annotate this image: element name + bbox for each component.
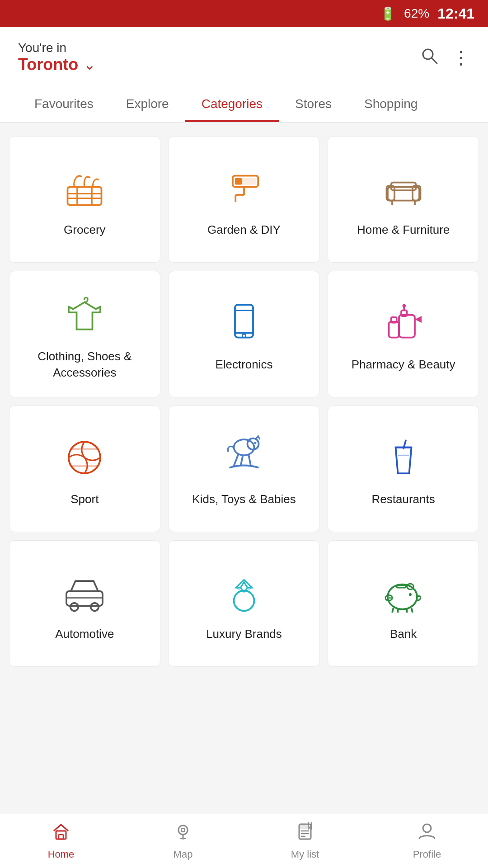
category-restaurants[interactable]: Restaurants <box>328 406 479 532</box>
battery-percent: 62% <box>404 6 429 21</box>
header: You're in Toronto ⌄ ⋮ Favourites Explore… <box>0 27 488 123</box>
category-luxury[interactable]: Luxury Brands <box>169 540 320 667</box>
header-actions: ⋮ <box>420 47 470 69</box>
content-area: Grocery Garden & DIY <box>0 123 488 739</box>
category-pharmacy[interactable]: Pharmacy & Beauty <box>328 271 479 397</box>
location-wrapper[interactable]: You're in Toronto ⌄ <box>18 41 96 74</box>
svg-line-35 <box>234 454 238 466</box>
svg-marker-46 <box>236 580 252 588</box>
nav-home[interactable]: Home <box>0 817 122 865</box>
svg-point-26 <box>402 304 406 308</box>
svg-point-64 <box>387 597 389 599</box>
tab-shopping[interactable]: Shopping <box>348 88 434 122</box>
bank-icon <box>381 570 426 615</box>
mylist-nav-label: My list <box>291 849 319 860</box>
category-electronics[interactable]: Electronics <box>169 271 320 397</box>
battery-icon: 🔋 <box>380 6 396 21</box>
chevron-down-icon: ⌄ <box>84 56 96 73</box>
svg-rect-27 <box>389 321 399 337</box>
nav-map[interactable]: Map <box>122 817 244 865</box>
svg-rect-13 <box>388 187 419 200</box>
automotive-label: Automotive <box>55 626 114 642</box>
more-options-icon[interactable]: ⋮ <box>452 47 470 68</box>
svg-point-22 <box>242 334 246 338</box>
tab-favourites[interactable]: Favourites <box>18 88 110 122</box>
nav-tabs: Favourites Explore Categories Stores Sho… <box>18 88 470 122</box>
svg-rect-12 <box>235 178 242 184</box>
bank-label: Bank <box>390 626 417 642</box>
pharmacy-label: Pharmacy & Beauty <box>352 356 455 373</box>
home-furniture-label: Home & Furniture <box>357 222 450 238</box>
city-name: Toronto <box>18 55 78 74</box>
category-grocery[interactable]: Grocery <box>9 136 160 263</box>
home-furniture-icon <box>381 165 426 211</box>
nav-profile[interactable]: Profile <box>366 817 488 865</box>
svg-point-57 <box>409 593 412 596</box>
electronics-label: Electronics <box>215 356 272 373</box>
svg-point-69 <box>181 828 185 832</box>
svg-point-34 <box>254 442 256 444</box>
electronics-icon <box>221 300 267 345</box>
svg-line-59 <box>392 608 394 613</box>
home-nav-label: Home <box>48 849 75 860</box>
svg-point-75 <box>423 824 431 832</box>
svg-rect-24 <box>401 310 407 316</box>
restaurants-icon <box>381 435 426 480</box>
categories-grid: Grocery Garden & DIY <box>0 123 488 676</box>
grocery-label: Grocery <box>64 222 105 238</box>
kids-label: Kids, Toys & Babies <box>192 491 296 507</box>
clothing-label: Clothing, Shoes & Accessories <box>19 348 151 381</box>
status-bar: 🔋 62% 12:41 <box>0 0 488 27</box>
kids-icon <box>221 435 267 480</box>
svg-line-37 <box>249 454 251 466</box>
restaurants-label: Restaurants <box>372 491 435 507</box>
svg-point-45 <box>234 590 254 611</box>
search-icon[interactable] <box>420 47 438 69</box>
luxury-label: Luxury Brands <box>206 626 282 642</box>
location-label: You're in <box>18 41 96 55</box>
svg-point-32 <box>234 439 254 455</box>
grocery-icon <box>62 165 107 211</box>
svg-line-1 <box>432 58 437 63</box>
svg-point-42 <box>70 603 79 611</box>
pharmacy-icon <box>381 300 426 345</box>
garden-icon <box>221 165 267 211</box>
category-kids[interactable]: Kids, Toys & Babies <box>169 406 320 532</box>
map-nav-label: Map <box>174 849 193 860</box>
svg-line-36 <box>240 455 243 466</box>
category-bank[interactable]: Bank <box>328 540 479 667</box>
svg-line-62 <box>411 608 413 613</box>
svg-rect-23 <box>399 315 415 337</box>
tab-explore[interactable]: Explore <box>110 88 185 122</box>
bottom-nav: Home Map My list <box>0 814 488 868</box>
clothing-icon <box>62 292 107 337</box>
category-sport[interactable]: Sport <box>9 406 160 532</box>
luxury-icon <box>221 570 267 615</box>
category-automotive[interactable]: Automotive <box>9 540 160 667</box>
svg-rect-2 <box>68 187 102 205</box>
map-icon <box>174 822 192 845</box>
category-garden-diy[interactable]: Garden & DIY <box>169 136 320 263</box>
sport-label: Sport <box>70 491 99 507</box>
svg-point-68 <box>178 826 188 835</box>
svg-rect-58 <box>397 585 406 588</box>
category-home-furniture[interactable]: Home & Furniture <box>328 136 479 263</box>
garden-diy-label: Garden & DIY <box>207 222 281 238</box>
sport-icon <box>62 435 107 480</box>
time: 12:41 <box>437 5 474 22</box>
profile-nav-label: Profile <box>413 849 441 860</box>
tab-categories[interactable]: Categories <box>185 88 279 122</box>
profile-icon <box>418 822 436 845</box>
svg-point-43 <box>91 603 99 611</box>
tab-stores[interactable]: Stores <box>279 88 348 122</box>
list-icon <box>296 822 314 845</box>
category-clothing[interactable]: Clothing, Shoes & Accessories <box>9 271 160 397</box>
svg-point-65 <box>389 597 391 599</box>
nav-mylist[interactable]: My list <box>244 817 366 865</box>
automotive-icon <box>62 570 107 615</box>
home-icon <box>52 822 70 845</box>
